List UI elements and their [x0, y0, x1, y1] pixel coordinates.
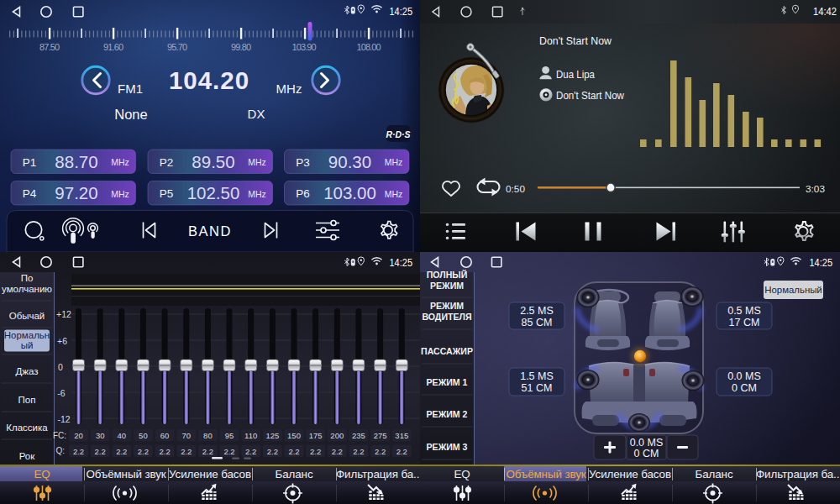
- svg-text:P3: P3: [296, 156, 310, 169]
- svg-text:150: 150: [287, 431, 301, 440]
- svg-text:MHz: MHz: [248, 189, 266, 199]
- svg-text:РЕЖИМ 2: РЕЖИМ 2: [427, 409, 468, 419]
- svg-text:175: 175: [309, 431, 323, 440]
- svg-text:99.80: 99.80: [231, 42, 251, 52]
- svg-text:0: 0: [58, 362, 63, 372]
- svg-text:R·D·S: R·D·S: [386, 129, 410, 139]
- svg-text:80: 80: [203, 431, 213, 440]
- svg-text:P5: P5: [160, 187, 174, 200]
- svg-text:MHz: MHz: [248, 157, 266, 167]
- svg-text:0.5 MS: 0.5 MS: [727, 305, 761, 317]
- svg-text:30: 30: [96, 431, 105, 440]
- svg-text:2.2: 2.2: [202, 447, 213, 456]
- svg-text:2.2: 2.2: [310, 447, 321, 456]
- svg-text:88.70: 88.70: [55, 152, 97, 171]
- svg-text:97.20: 97.20: [55, 183, 97, 202]
- svg-text:2.2: 2.2: [375, 447, 386, 456]
- svg-text:87.50: 87.50: [39, 42, 60, 52]
- svg-text:2.2: 2.2: [95, 447, 106, 456]
- svg-text:2.2: 2.2: [138, 447, 149, 456]
- svg-text:89.50: 89.50: [192, 152, 234, 171]
- svg-text:275: 275: [374, 431, 387, 440]
- svg-text:Рок: Рок: [19, 451, 36, 461]
- svg-text:P2: P2: [160, 156, 174, 169]
- svg-text:20: 20: [74, 431, 83, 440]
- svg-text:60: 60: [160, 431, 170, 440]
- svg-text:2.2: 2.2: [353, 447, 364, 456]
- svg-text:Don't Start Now: Don't Start Now: [539, 34, 612, 47]
- svg-text:MHz: MHz: [276, 81, 302, 96]
- svg-text:умолчанию: умолчанию: [2, 284, 52, 294]
- svg-text:125: 125: [265, 431, 279, 440]
- svg-text:Dua Lipa: Dua Lipa: [556, 69, 595, 81]
- svg-text:108.00: 108.00: [357, 42, 381, 52]
- svg-text:102.50: 102.50: [187, 183, 240, 202]
- svg-text:17 CM: 17 CM: [729, 317, 760, 328]
- svg-text:ПАССАЖИР: ПАССАЖИР: [421, 346, 473, 356]
- svg-text:None: None: [114, 107, 147, 122]
- svg-text:По: По: [21, 273, 34, 283]
- svg-text:ПОЛНЫЙ: ПОЛНЫЙ: [427, 270, 468, 280]
- svg-text:Don't Start Now: Don't Start Now: [556, 90, 625, 102]
- svg-text:+12: +12: [56, 309, 71, 319]
- svg-text:0:50: 0:50: [506, 183, 525, 195]
- svg-text:110: 110: [244, 431, 257, 440]
- svg-text:Джаз: Джаз: [15, 366, 38, 376]
- svg-text:2.2: 2.2: [181, 447, 192, 456]
- svg-text:0.0 MS: 0.0 MS: [727, 370, 761, 382]
- svg-text:103.00: 103.00: [323, 183, 376, 202]
- svg-text:2.2: 2.2: [267, 447, 278, 456]
- svg-text:14:25: 14:25: [810, 256, 833, 269]
- svg-text:РЕЖИМ: РЕЖИМ: [430, 301, 464, 311]
- svg-text:FC:: FC:: [53, 431, 66, 440]
- svg-text:РЕЖИМ 3: РЕЖИМ 3: [427, 442, 468, 452]
- svg-text:91.60: 91.60: [103, 42, 123, 52]
- svg-text:2.2: 2.2: [116, 447, 127, 456]
- svg-text:MHz: MHz: [385, 157, 403, 167]
- svg-text:2.5 MS: 2.5 MS: [520, 305, 554, 317]
- svg-text:235: 235: [352, 431, 365, 440]
- svg-text:-12: -12: [57, 414, 70, 424]
- svg-text:BAND: BAND: [188, 223, 232, 239]
- svg-text:Обычай: Обычай: [9, 311, 45, 321]
- svg-text:200: 200: [330, 431, 344, 440]
- svg-text:P4: P4: [23, 187, 37, 200]
- svg-text:2.2: 2.2: [223, 447, 234, 456]
- svg-text:Классика: Классика: [6, 423, 48, 433]
- svg-text:Нормальн: Нормальн: [4, 330, 50, 340]
- svg-text:103.90: 103.90: [292, 42, 317, 52]
- svg-text:MHz: MHz: [385, 189, 403, 199]
- svg-text:40: 40: [118, 431, 127, 440]
- svg-text:2.2: 2.2: [245, 447, 256, 456]
- svg-text:14:25: 14:25: [390, 256, 413, 269]
- svg-text:0 CM: 0 CM: [634, 448, 659, 459]
- svg-text:РЕЖИМ 1: РЕЖИМ 1: [427, 377, 468, 387]
- svg-text:51 CM: 51 CM: [522, 382, 553, 394]
- svg-text:2.2: 2.2: [396, 447, 407, 456]
- svg-text:315: 315: [395, 431, 408, 440]
- svg-text:1.5 MS: 1.5 MS: [520, 370, 554, 382]
- svg-text:MHz: MHz: [111, 157, 129, 167]
- svg-text:MHz: MHz: [111, 189, 129, 199]
- svg-text:Поп: Поп: [18, 395, 36, 405]
- svg-text:FM1: FM1: [118, 81, 143, 96]
- svg-text:2.2: 2.2: [159, 447, 170, 456]
- svg-text:DX: DX: [248, 107, 265, 121]
- svg-text:Нормальный: Нормальный: [764, 285, 822, 295]
- svg-text:+6: +6: [57, 336, 67, 346]
- svg-text:0 CM: 0 CM: [732, 382, 757, 394]
- svg-text:0.0 MS: 0.0 MS: [630, 437, 664, 449]
- svg-text:2.2: 2.2: [288, 447, 299, 456]
- svg-text:ый: ый: [21, 340, 34, 350]
- svg-text:70: 70: [182, 431, 192, 440]
- svg-text:2.2: 2.2: [73, 447, 84, 456]
- svg-text:104.20: 104.20: [169, 66, 249, 94]
- svg-text:P1: P1: [23, 156, 37, 169]
- svg-text:85 CM: 85 CM: [522, 317, 553, 328]
- svg-text:ВОДИТЕЛЯ: ВОДИТЕЛЯ: [422, 312, 471, 322]
- svg-text:3:03: 3:03: [806, 183, 825, 195]
- svg-text:95.70: 95.70: [167, 42, 187, 52]
- svg-text:90.30: 90.30: [328, 152, 371, 171]
- svg-text:P6: P6: [296, 187, 310, 200]
- svg-text:Q:: Q:: [55, 446, 65, 455]
